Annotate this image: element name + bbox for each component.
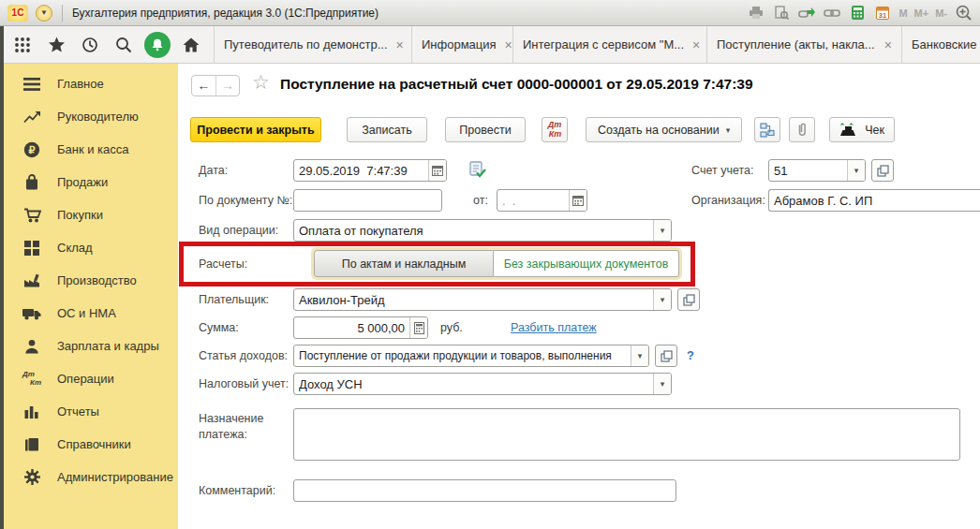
- operation-kind-field-group: ▾: [293, 219, 672, 242]
- close-icon[interactable]: ×: [505, 38, 512, 51]
- close-icon[interactable]: ×: [396, 38, 404, 51]
- close-icon[interactable]: ×: [884, 38, 892, 51]
- debit-credit-icon: ДтКт: [22, 371, 41, 388]
- chevron-down-icon[interactable]: ▾: [653, 289, 671, 310]
- chevron-down-icon[interactable]: ▾: [653, 374, 671, 394]
- sidebar-item-glavnoe[interactable]: Главное: [0, 67, 178, 100]
- debit-credit-register-button[interactable]: ДтКт: [542, 117, 568, 142]
- tab-integraciya[interactable]: Интеграция с сервисом "М... ×: [513, 26, 707, 63]
- sidebar-item-prodazhi[interactable]: Продажи: [0, 166, 178, 198]
- sidebar-item-rukovoditelyu[interactable]: Руководителю: [0, 100, 178, 133]
- help-icon[interactable]: ?: [687, 348, 694, 362]
- memory-recall-button[interactable]: M: [898, 7, 907, 19]
- sidebar-item-label: Банк и касса: [57, 142, 129, 156]
- comment-field-group: [293, 479, 676, 502]
- amount-input[interactable]: [294, 317, 409, 338]
- zoom-in-icon[interactable]: [954, 4, 973, 22]
- shopping-cart-icon: [22, 208, 41, 223]
- by-document-label: По документу №:: [199, 194, 292, 207]
- payer-label: Плательщик:: [199, 293, 269, 306]
- chevron-down-icon[interactable]: ▾: [847, 160, 865, 181]
- memory-subtract-button[interactable]: M-: [935, 7, 947, 19]
- sidebar-item-proizvodstvo[interactable]: Производство: [0, 264, 178, 297]
- create-based-on-button[interactable]: Создать на основании ▾: [586, 117, 742, 142]
- sidebar-item-bank-i-kassa[interactable]: ₽ Банк и касса: [0, 133, 178, 166]
- goto-link-icon[interactable]: [797, 4, 816, 22]
- get-link-icon[interactable]: [823, 4, 841, 22]
- app-logo-1c[interactable]: 1С: [7, 5, 28, 22]
- favorite-star-icon[interactable]: ☆: [252, 71, 270, 94]
- payer-input[interactable]: [294, 289, 653, 310]
- sidebar-item-operacii[interactable]: ДтКт Операции: [0, 362, 178, 395]
- sidebar-item-spravochniki[interactable]: Справочники: [0, 428, 178, 461]
- calendar-picker-icon[interactable]: [428, 160, 446, 181]
- organization-input[interactable]: [769, 190, 980, 211]
- forward-button[interactable]: →: [215, 76, 239, 96]
- sidebar-item-zarplata-i-kadry[interactable]: Зарплата и кадры: [0, 330, 178, 362]
- report-structure-button[interactable]: [754, 117, 780, 142]
- income-item-open-button[interactable]: [655, 345, 677, 367]
- close-icon[interactable]: ×: [692, 38, 700, 51]
- receipt-button[interactable]: Чек: [829, 117, 895, 142]
- date-input[interactable]: [294, 160, 428, 181]
- account-open-button[interactable]: [871, 159, 894, 182]
- sidebar-item-administrirovanie[interactable]: Администрирование: [0, 461, 178, 493]
- settlements-option-acts[interactable]: По актам и накладным: [314, 250, 494, 277]
- nav-history-buttons: ← →: [191, 75, 240, 96]
- truck-icon: [22, 307, 41, 320]
- chevron-down-icon[interactable]: ▾: [653, 220, 671, 241]
- from-date-input[interactable]: [497, 190, 569, 211]
- split-payment-link[interactable]: Разбить платеж: [511, 321, 597, 334]
- document-toolbar: Провести и закрыть Записать Провести ДтК…: [190, 117, 895, 142]
- chevron-down-icon[interactable]: ▾: [631, 345, 648, 366]
- attachments-button[interactable]: [789, 117, 815, 142]
- tab-label: Поступление (акты, накла...: [717, 37, 875, 51]
- post-button[interactable]: Провести: [445, 117, 526, 142]
- document-title: Поступление на расчетный счет 0000-00000…: [280, 76, 753, 93]
- calendar-picker-icon[interactable]: [569, 190, 587, 211]
- history-icon[interactable]: [73, 26, 107, 63]
- tax-accounting-input[interactable]: [294, 374, 653, 394]
- calendar-icon[interactable]: 31: [873, 4, 892, 22]
- sidebar-item-os-i-nma[interactable]: ОС и НМА: [0, 297, 178, 330]
- print-preview-icon[interactable]: [772, 4, 791, 22]
- tab-strip: Путеводитель по демонстр... × Информация…: [0, 26, 980, 64]
- sidebar-item-label: Зарплата и кадры: [57, 339, 159, 353]
- sidebar-item-sklad[interactable]: Склад: [0, 231, 178, 264]
- window-title: Бухгалтерия предприятия, редакция 3.0 (1…: [72, 7, 379, 20]
- tab-postuplenie[interactable]: Поступление (акты, накла... ×: [707, 26, 902, 63]
- income-item-input[interactable]: [294, 345, 631, 366]
- post-and-close-button[interactable]: Провести и закрыть: [190, 117, 321, 142]
- tab-putevoditel[interactable]: Путеводитель по демонстр... ×: [215, 26, 412, 63]
- payment-purpose-textarea[interactable]: [293, 408, 960, 461]
- tab-bankovskie[interactable]: Банковские в: [902, 26, 980, 63]
- apps-grid-icon[interactable]: [6, 26, 39, 63]
- operation-kind-input[interactable]: [294, 220, 653, 241]
- section-panel: Главное Руководителю ₽ Банк и касса Прод…: [0, 64, 178, 529]
- back-button[interactable]: ←: [192, 76, 215, 96]
- settlements-option-no-docs[interactable]: Без закрывающих документов: [494, 250, 679, 277]
- sidebar-item-otchety[interactable]: Отчеты: [0, 395, 178, 428]
- sidebar-item-pokupki[interactable]: Покупки: [0, 198, 178, 231]
- comment-input[interactable]: [294, 480, 676, 501]
- home-icon[interactable]: [174, 26, 208, 63]
- tab-label: Путеводитель по демонстр...: [224, 37, 388, 51]
- account-input[interactable]: [769, 160, 847, 181]
- calculator-icon[interactable]: [848, 4, 867, 22]
- ruble-circle-icon: ₽: [22, 141, 41, 158]
- memory-add-button[interactable]: M+: [914, 7, 929, 19]
- print-icon[interactable]: [747, 4, 765, 22]
- debit-credit-icon: ДтКт: [548, 121, 562, 140]
- main-menu-button[interactable]: ▼: [36, 5, 52, 22]
- window-titlebar: 1С ▼ Бухгалтерия предприятия, редакция 3…: [0, 0, 980, 26]
- payer-open-button[interactable]: [677, 288, 700, 311]
- search-icon[interactable]: [107, 26, 141, 63]
- notifications-bell-icon[interactable]: [141, 26, 174, 63]
- favorites-star-icon[interactable]: [39, 26, 73, 63]
- sidebar-item-label: Отчеты: [57, 404, 99, 419]
- tab-informaciya[interactable]: Информация ×: [412, 26, 513, 63]
- calculator-picker-icon[interactable]: [409, 317, 427, 338]
- sidebar-item-label: Администрирование: [57, 470, 173, 484]
- save-button[interactable]: Записать: [347, 117, 427, 142]
- by-document-input[interactable]: [294, 190, 441, 211]
